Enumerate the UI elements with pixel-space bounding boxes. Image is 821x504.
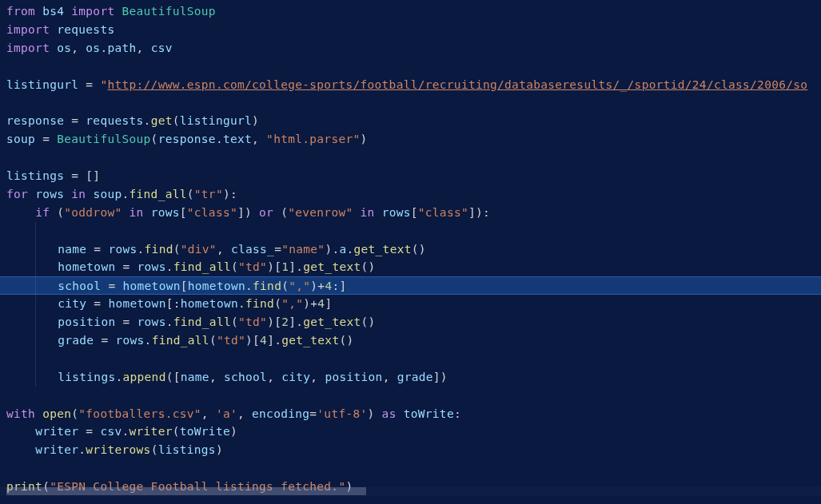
keyword-from: from (6, 5, 35, 18)
var-rows: rows (35, 188, 64, 200)
fn-find-all: find_all (130, 188, 187, 200)
horizontal-scrollbar[interactable] (0, 486, 821, 496)
keyword-in: in (71, 188, 86, 200)
code-line[interactable]: import requests (0, 21, 821, 39)
code-line-blank[interactable] (0, 58, 821, 76)
var-soup: soup (6, 133, 35, 145)
var-response: response (6, 114, 64, 127)
code-line[interactable]: grade = rows.find_all("td")[4].get_text(… (0, 331, 821, 350)
horizontal-scrollbar-thumb[interactable] (6, 487, 366, 495)
keyword-as: as (382, 407, 397, 420)
code-line[interactable]: listings = [] (0, 167, 821, 185)
code-line[interactable]: if ("oddrow" in rows["class"]) or ("even… (0, 204, 821, 222)
code-line-blank[interactable] (0, 222, 821, 240)
var-hometown: hometown (58, 260, 115, 273)
keyword-import: import (6, 23, 50, 36)
code-line-blank[interactable] (0, 149, 821, 167)
class-beautifulsoup: BeautifulSoup (57, 133, 150, 145)
url-string: http://www.espn.com/college-sports/footb… (107, 78, 807, 91)
code-line-blank[interactable] (0, 459, 821, 478)
class-beautifulsoup: BeautifulSoup (122, 5, 216, 18)
fn-open: open (42, 407, 71, 420)
keyword-or: or (259, 206, 273, 219)
module-os-path: os.path (86, 42, 136, 54)
code-line[interactable]: writer.writerows(listings) (0, 441, 821, 459)
indent-guide (35, 240, 36, 259)
var-school: school (58, 280, 101, 292)
var-grade: grade (58, 334, 94, 347)
fn-writerows: writerows (86, 443, 150, 456)
code-line[interactable]: hometown = rows.find_all("td")[1].get_te… (0, 258, 821, 276)
var-towrite: toWrite (404, 407, 454, 420)
keyword-if: if (35, 206, 50, 219)
code-line[interactable]: city = hometown[:hometown.find(",")+4] (0, 295, 821, 313)
code-line[interactable]: response = requests.get(listingurl) (0, 112, 821, 130)
code-line-blank[interactable] (0, 93, 821, 112)
code-line-blank[interactable] (0, 350, 821, 368)
keyword-import: import (6, 42, 50, 54)
module-csv: csv (151, 42, 173, 54)
code-line[interactable]: position = rows.find_all("td")[2].get_te… (0, 313, 821, 331)
var-city: city (58, 297, 86, 310)
indent-guide (35, 222, 36, 240)
code-line[interactable]: listingurl = "http://www.espn.com/colleg… (0, 76, 821, 94)
fn-append: append (123, 371, 166, 383)
var-listingurl: listingurl (6, 78, 78, 91)
code-line[interactable]: for rows in soup.find_all("tr"): (0, 185, 821, 204)
indent-guide (35, 258, 36, 276)
code-line[interactable]: soup = BeautifulSoup(response.text, "htm… (0, 130, 821, 149)
module-os: os (57, 42, 71, 54)
var-writer: writer (35, 425, 78, 438)
var-listings: listings (6, 169, 64, 182)
code-line[interactable]: writer = csv.writer(toWrite) (0, 423, 821, 441)
string-parser: "html.parser" (266, 133, 360, 145)
indent-guide (35, 313, 36, 331)
keyword-for: for (6, 188, 28, 200)
indent-guide (35, 295, 36, 313)
indent-guide (35, 277, 36, 296)
code-line[interactable]: from bs4 import BeautifulSoup (0, 2, 821, 21)
code-line[interactable]: with open("footballers.csv", 'a', encodi… (0, 405, 821, 423)
code-line-highlighted[interactable]: school = hometown[hometown.find(",")+4:] (0, 276, 821, 295)
code-line[interactable]: listings.append([name, school, city, pos… (0, 368, 821, 387)
var-name: name (58, 243, 86, 256)
var-position: position (58, 315, 115, 328)
indent-guide (35, 350, 36, 368)
keyword-with: with (6, 407, 35, 420)
module-bs4: bs4 (42, 5, 64, 18)
code-line[interactable]: name = rows.find("div", class_="name").a… (0, 240, 821, 259)
indent-guide (35, 331, 36, 350)
code-line[interactable]: import os, os.path, csv (0, 39, 821, 58)
fn-get: get (151, 114, 173, 127)
code-line-blank[interactable] (0, 387, 821, 405)
indent-guide (35, 368, 36, 387)
keyword-import: import (71, 5, 114, 18)
module-requests: requests (57, 23, 114, 36)
code-editor[interactable]: from bs4 import BeautifulSoup import req… (0, 2, 821, 496)
